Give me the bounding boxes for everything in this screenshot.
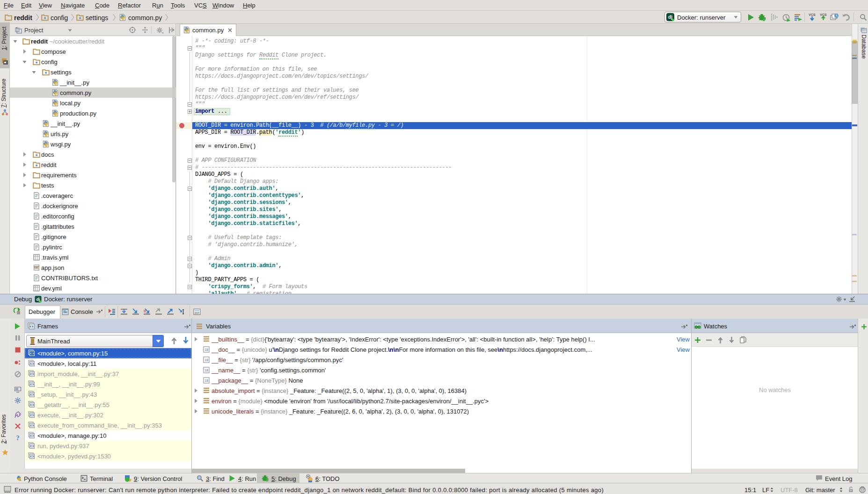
- svg-text:dj: dj: [36, 297, 40, 302]
- svg-text:18: 18: [204, 369, 208, 372]
- svg-text:?: ?: [16, 435, 20, 442]
- svg-text:JSON: JSON: [34, 267, 39, 269]
- svg-text:18: 18: [204, 379, 208, 382]
- svg-text:dj: dj: [668, 15, 672, 20]
- svg-text:VCS: VCS: [809, 13, 816, 16]
- svg-text:18: 18: [204, 358, 208, 362]
- svg-text:18: 18: [204, 348, 208, 351]
